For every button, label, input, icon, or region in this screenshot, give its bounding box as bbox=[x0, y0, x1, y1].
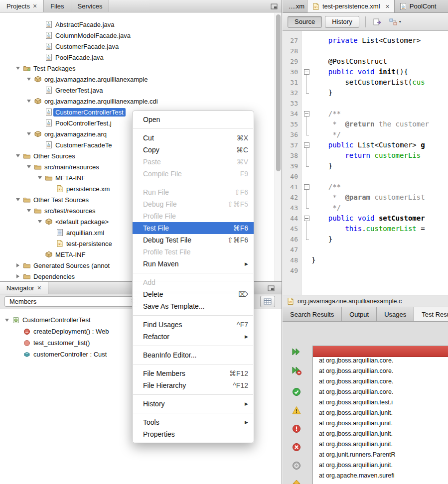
code-text: setCustomerList(cus bbox=[311, 77, 425, 88]
editor-toolbar-icons: ▾ bbox=[372, 17, 402, 27]
toolbar-separator bbox=[365, 16, 366, 27]
fold-collapse-icon[interactable] bbox=[304, 69, 309, 75]
tree-item-customerfacade-java[interactable]: CustomerFacade.java bbox=[0, 41, 282, 52]
tree-item-label: src/main/resources bbox=[42, 163, 101, 171]
tab-search-results[interactable]: Search Results bbox=[283, 307, 342, 321]
show-warning-icon[interactable] bbox=[290, 404, 303, 417]
menu-item-delete[interactable]: Delete⌦ bbox=[133, 288, 254, 300]
tab-close-icon[interactable]: × bbox=[37, 284, 41, 291]
tree-item-label: persistence.xm bbox=[64, 185, 112, 193]
history-view-button[interactable]: History bbox=[325, 16, 359, 28]
tree-item-test-packages[interactable]: Test Packages bbox=[0, 63, 282, 74]
fold-marker[interactable] bbox=[301, 67, 311, 77]
next-failure-icon[interactable] bbox=[290, 478, 303, 484]
tab-services[interactable]: Services bbox=[71, 0, 110, 12]
editor-tab-xm[interactable]: ....xm bbox=[283, 0, 307, 12]
fold-marker[interactable] bbox=[301, 161, 311, 171]
fold-marker[interactable] bbox=[301, 88, 311, 98]
menu-item-copy[interactable]: Copy⌘C bbox=[133, 144, 254, 156]
menu-item-tools[interactable]: Tools▶ bbox=[133, 416, 254, 428]
tree-item-poolfacade-java[interactable]: PoolFacade.java bbox=[0, 52, 282, 63]
expand-arrow-icon[interactable] bbox=[3, 319, 11, 322]
menu-item-beaninfo-editor[interactable]: BeanInfo Editor... bbox=[133, 349, 254, 361]
tab-navigator[interactable]: Navigator × bbox=[0, 282, 48, 294]
menu-item-file-members[interactable]: File Members⌘F12 bbox=[133, 367, 254, 379]
tab-usages[interactable]: Usages bbox=[377, 307, 414, 321]
fold-marker[interactable] bbox=[301, 182, 311, 192]
projects-scrollbar[interactable] bbox=[275, 13, 282, 281]
members-combobox[interactable]: Members bbox=[4, 296, 138, 307]
show-passed-icon[interactable] bbox=[290, 385, 303, 398]
tree-item-greetertest-java[interactable]: GreeterTest.java bbox=[0, 85, 282, 96]
fold-margin bbox=[301, 35, 311, 46]
rerun-all-icon[interactable] bbox=[290, 346, 303, 359]
menu-item-open[interactable]: Open bbox=[133, 114, 254, 125]
menu-item-run-maven[interactable]: Run Maven▶ bbox=[133, 258, 254, 270]
fold-marker[interactable] bbox=[301, 203, 311, 213]
stack-trace-line: at org.jboss.arquillian.junit. bbox=[319, 408, 448, 418]
tab-files[interactable]: Files bbox=[44, 0, 71, 12]
show-failed-icon[interactable] bbox=[290, 441, 303, 454]
fold-collapse-icon[interactable] bbox=[304, 216, 309, 221]
tab-test-results[interactable]: Test Results bbox=[414, 307, 448, 321]
fold-marker[interactable] bbox=[301, 140, 311, 150]
tree-item-abstractfacade-java[interactable]: AbstractFacade.java bbox=[0, 19, 282, 30]
code-editor[interactable]: 27 private List<Customer>2829 @PostConst… bbox=[283, 31, 448, 295]
expand-arrow-icon[interactable] bbox=[14, 67, 22, 70]
tab-projects[interactable]: Projects× bbox=[0, 0, 44, 12]
fold-marker[interactable] bbox=[301, 234, 311, 244]
tree-item-columnmodelfacade-java[interactable]: ColumnModelFacade.java bbox=[0, 30, 282, 41]
tree-item-org-javamagazine-arquillianexample[interactable]: org.javamagazine.arquillianexample bbox=[0, 74, 282, 85]
expand-arrow-icon[interactable] bbox=[25, 165, 33, 168]
expand-arrow-icon[interactable] bbox=[14, 274, 22, 278]
menu-item-save-as-template[interactable]: Save As Template... bbox=[133, 300, 254, 312]
fold-collapse-icon[interactable] bbox=[304, 184, 309, 190]
test-results-output[interactable]: at org.jboss.arquillian.core.at org.jbos… bbox=[312, 346, 448, 484]
editor-tab-test-persistence-xml[interactable]: test-persistence.xml× bbox=[307, 0, 395, 12]
navigate-dropdown-icon[interactable]: ▾ bbox=[388, 17, 402, 27]
class-icon bbox=[11, 316, 20, 324]
show-aborted-icon[interactable] bbox=[290, 459, 303, 472]
expand-arrow-icon[interactable] bbox=[25, 132, 33, 135]
fold-marker[interactable] bbox=[301, 192, 311, 203]
fold-marker[interactable] bbox=[301, 150, 311, 161]
expand-arrow-icon[interactable] bbox=[14, 263, 22, 267]
members-table-button[interactable] bbox=[260, 296, 275, 307]
expand-arrow-icon[interactable] bbox=[14, 154, 22, 157]
minimize-pane-icon[interactable] bbox=[268, 285, 275, 291]
menu-item-history[interactable]: History▶ bbox=[133, 398, 254, 410]
expand-arrow-icon[interactable] bbox=[36, 220, 44, 223]
show-error-icon[interactable] bbox=[290, 422, 303, 435]
tab-output[interactable]: Output bbox=[342, 307, 377, 321]
fold-marker[interactable] bbox=[301, 109, 311, 119]
menu-item-debug-test-file[interactable]: Debug Test File⇧⌘F6 bbox=[133, 234, 254, 246]
fold-marker[interactable] bbox=[301, 129, 311, 140]
rerun-failed-icon[interactable] bbox=[290, 364, 303, 377]
expand-arrow-icon[interactable] bbox=[36, 176, 44, 179]
scrollbar-thumb[interactable] bbox=[276, 14, 281, 171]
menu-item-test-file[interactable]: Test File⌘F6 bbox=[133, 222, 254, 234]
tab-close-icon[interactable]: × bbox=[33, 2, 37, 9]
expand-arrow-icon[interactable] bbox=[25, 209, 33, 212]
tree-item-org-javamagazine-arquillianexample-cdi[interactable]: org.javamagazine.arquillianexample.cdi bbox=[0, 96, 282, 107]
menu-item-properties[interactable]: Properties bbox=[133, 428, 254, 440]
expand-arrow-icon[interactable] bbox=[25, 100, 33, 103]
menu-item-find-usages[interactable]: Find Usages^F7 bbox=[133, 319, 254, 331]
expand-arrow-icon[interactable] bbox=[14, 198, 22, 201]
editor-tab-poolcont[interactable]: PoolCont bbox=[395, 0, 448, 12]
menu-item-cut[interactable]: Cut⌘X bbox=[133, 132, 254, 144]
fold-collapse-icon[interactable] bbox=[304, 111, 309, 117]
fold-marker[interactable] bbox=[301, 77, 311, 88]
last-edit-icon[interactable] bbox=[372, 17, 383, 27]
fold-marker[interactable] bbox=[301, 224, 311, 234]
menu-item-refactor[interactable]: Refactor▶ bbox=[133, 331, 254, 343]
code-text: /** bbox=[311, 109, 341, 119]
tab-close-icon[interactable]: × bbox=[386, 3, 390, 10]
minimize-pane-icon[interactable] bbox=[271, 3, 278, 9]
fold-marker[interactable] bbox=[301, 213, 311, 224]
fold-marker[interactable] bbox=[301, 119, 311, 129]
fold-collapse-icon[interactable] bbox=[304, 142, 309, 148]
menu-item-file-hierarchy[interactable]: File Hierarchy^F12 bbox=[133, 379, 254, 391]
expand-arrow-icon[interactable] bbox=[25, 78, 33, 81]
source-view-button[interactable]: Source bbox=[288, 16, 322, 28]
